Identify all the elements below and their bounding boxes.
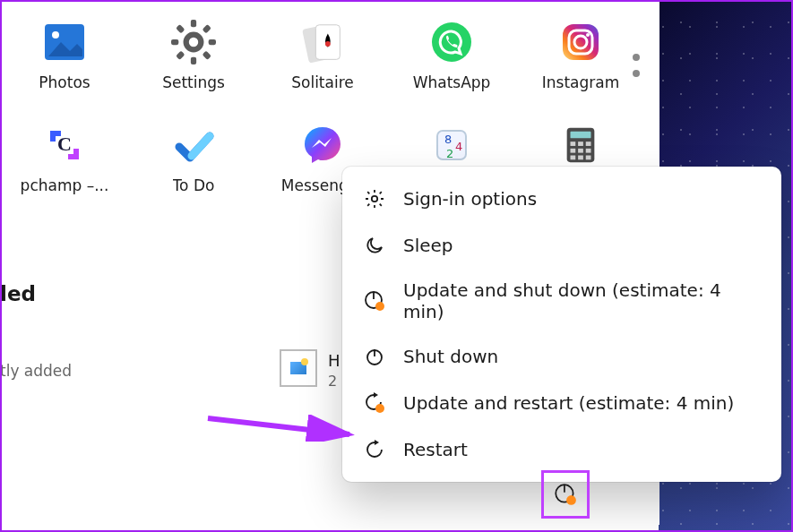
svg-point-18 <box>586 33 590 37</box>
app-label: Instagram <box>542 73 620 91</box>
instagram-icon <box>558 20 603 64</box>
svg-rect-31 <box>586 149 591 153</box>
menu-label: Update and restart (estimate: 4 min) <box>403 392 734 414</box>
app-label: To Do <box>173 176 215 194</box>
whatsapp-icon <box>429 20 474 64</box>
svg-text:2: 2 <box>446 147 453 160</box>
app-settings[interactable]: Settings <box>129 9 258 112</box>
svg-rect-29 <box>571 149 576 153</box>
power-update-icon <box>362 288 387 313</box>
svg-point-14 <box>432 22 471 62</box>
app-photos[interactable]: Photos <box>0 9 129 112</box>
recent-file-initial: H <box>328 351 340 370</box>
gear-icon <box>362 186 387 211</box>
power-icon <box>362 344 387 369</box>
svg-rect-25 <box>571 132 591 139</box>
menu-label: Restart <box>403 439 468 460</box>
menu-label: Sign-in options <box>403 188 537 210</box>
moon-icon <box>362 233 387 258</box>
app-whatsapp[interactable]: WhatsApp <box>387 9 516 112</box>
app-label: WhatsApp <box>413 73 491 91</box>
svg-rect-3 <box>191 20 196 27</box>
more-apps-button[interactable] <box>633 54 640 77</box>
app-todo[interactable]: To Do <box>129 112 258 215</box>
recent-file-line2: 2 <box>328 373 337 390</box>
app-instagram[interactable]: Instagram <box>516 9 645 112</box>
menu-label: Shut down <box>403 346 498 367</box>
restart-update-icon <box>362 390 387 416</box>
svg-rect-7 <box>203 24 211 33</box>
update-restart-item[interactable]: Update and restart (estimate: 4 min) <box>342 380 781 426</box>
restart-item[interactable]: Restart <box>342 426 781 473</box>
app-label: pchamp –... <box>21 176 109 194</box>
recent-file-thumbnail[interactable] <box>280 349 317 387</box>
svg-rect-8 <box>176 51 185 60</box>
shutdown-item[interactable]: Shut down <box>342 333 781 380</box>
svg-point-35 <box>372 196 377 202</box>
svg-point-41 <box>375 404 384 413</box>
recent-item[interactable]: tly added <box>0 340 72 380</box>
svg-rect-27 <box>578 142 583 146</box>
svg-rect-32 <box>571 156 576 160</box>
power-options-menu: Sign-in options Sleep Update and shut do… <box>342 167 781 482</box>
svg-point-2 <box>186 35 202 50</box>
svg-rect-5 <box>171 39 178 45</box>
svg-point-1 <box>52 31 59 39</box>
recent-subtitle: tly added <box>0 362 72 380</box>
update-shutdown-item[interactable]: Update and shut down (estimate: 4 min) <box>342 269 781 333</box>
app-clipchamp[interactable]: C pchamp –... <box>0 112 129 215</box>
svg-point-38 <box>375 302 384 311</box>
svg-rect-10 <box>203 51 211 60</box>
svg-rect-9 <box>176 24 185 33</box>
svg-point-44 <box>566 495 576 505</box>
svg-rect-34 <box>586 156 591 160</box>
svg-text:4: 4 <box>455 140 462 153</box>
power-button[interactable] <box>541 470 590 519</box>
svg-text:C: C <box>57 133 72 155</box>
app-label: Solitaire <box>291 73 354 91</box>
snip-icon: 842 <box>429 123 474 167</box>
clipchamp-icon: C <box>42 123 87 167</box>
solitaire-icon <box>300 20 345 64</box>
recommended-heading: led <box>0 282 36 305</box>
menu-label: Sleep <box>403 235 453 256</box>
svg-rect-26 <box>571 142 576 146</box>
photos-icon <box>42 20 87 64</box>
svg-rect-28 <box>586 142 591 146</box>
menu-label: Update and shut down (estimate: 4 min) <box>403 279 762 322</box>
settings-icon <box>171 20 216 64</box>
signin-options-item[interactable]: Sign-in options <box>342 176 781 222</box>
app-label: Photos <box>39 73 90 91</box>
svg-point-13 <box>325 41 331 47</box>
svg-rect-4 <box>191 57 196 64</box>
restart-icon <box>362 437 387 462</box>
messenger-icon <box>300 123 345 167</box>
todo-icon <box>171 123 216 167</box>
svg-rect-33 <box>578 156 583 160</box>
app-label: Settings <box>162 73 225 91</box>
svg-rect-6 <box>209 39 216 45</box>
app-solitaire[interactable]: Solitaire <box>258 9 387 112</box>
sleep-item[interactable]: Sleep <box>342 222 781 269</box>
calculator-icon <box>558 123 603 167</box>
svg-rect-30 <box>578 149 583 153</box>
svg-text:8: 8 <box>444 133 452 146</box>
